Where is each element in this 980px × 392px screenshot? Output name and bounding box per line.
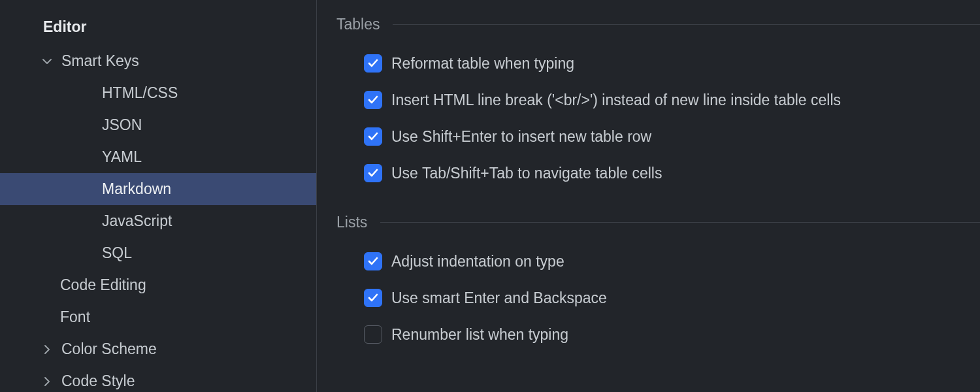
- sidebar-item-label: Code Style: [61, 372, 135, 390]
- sidebar-item-label: HTML/CSS: [102, 84, 178, 102]
- settings-sidebar: Editor Smart Keys HTML/CSS JSON YAML Mar…: [0, 0, 317, 392]
- checkbox-checked-icon[interactable]: [364, 252, 382, 270]
- option-label: Renumber list when typing: [391, 326, 568, 344]
- option-label: Insert HTML line break ('<br/>') instead…: [391, 91, 841, 109]
- section-title: Tables: [336, 16, 380, 33]
- sidebar-item-sql[interactable]: SQL: [0, 237, 316, 269]
- section-header-lists: Lists: [336, 214, 980, 231]
- sidebar-item-yaml[interactable]: YAML: [0, 141, 316, 173]
- checkbox-checked-icon[interactable]: [364, 91, 382, 109]
- option-label: Use Tab/Shift+Tab to navigate table cell…: [391, 165, 662, 182]
- sidebar-item-color-scheme[interactable]: Color Scheme: [0, 333, 316, 365]
- sidebar-item-smart-keys[interactable]: Smart Keys: [0, 45, 316, 77]
- chevron-right-icon: [39, 376, 55, 387]
- option-label: Adjust indentation on type: [391, 253, 564, 270]
- option-renumber-list[interactable]: Renumber list when typing: [336, 316, 980, 353]
- sidebar-item-label: JSON: [102, 116, 142, 134]
- sidebar-item-label: Markdown: [102, 180, 171, 198]
- section-header-tables: Tables: [336, 16, 980, 33]
- sidebar-item-label: Code Editing: [60, 276, 146, 294]
- sidebar-item-label: SQL: [102, 244, 132, 262]
- section-tables: Tables Reformat table when typing Insert…: [336, 16, 980, 191]
- sidebar-item-code-editing[interactable]: Code Editing: [0, 269, 316, 301]
- checkbox-checked-icon[interactable]: [364, 289, 382, 307]
- divider: [380, 222, 980, 223]
- sidebar-item-label: YAML: [102, 148, 142, 166]
- sidebar-item-label: Color Scheme: [61, 340, 157, 358]
- option-reformat-table[interactable]: Reformat table when typing: [336, 45, 980, 82]
- checkbox-checked-icon[interactable]: [364, 54, 382, 73]
- sidebar-item-label: Font: [60, 308, 90, 326]
- option-label: Use smart Enter and Backspace: [391, 289, 607, 307]
- checkbox-checked-icon[interactable]: [364, 127, 382, 146]
- checkbox-checked-icon[interactable]: [364, 164, 382, 182]
- sidebar-item-label: Smart Keys: [61, 52, 139, 70]
- sidebar-heading-editor: Editor: [0, 12, 316, 45]
- sidebar-item-html-css[interactable]: HTML/CSS: [0, 77, 316, 109]
- option-tab-navigate-cells[interactable]: Use Tab/Shift+Tab to navigate table cell…: [336, 155, 980, 191]
- sidebar-item-label: JavaScript: [102, 212, 172, 230]
- option-smart-enter-backspace[interactable]: Use smart Enter and Backspace: [336, 280, 980, 316]
- section-title: Lists: [336, 214, 367, 231]
- option-label: Use Shift+Enter to insert new table row: [391, 128, 651, 146]
- option-label: Reformat table when typing: [391, 55, 574, 73]
- sidebar-item-json[interactable]: JSON: [0, 109, 316, 141]
- chevron-down-icon: [39, 56, 55, 67]
- sidebar-item-javascript[interactable]: JavaScript: [0, 205, 316, 237]
- sidebar-item-font[interactable]: Font: [0, 301, 316, 333]
- option-shift-enter-row[interactable]: Use Shift+Enter to insert new table row: [336, 118, 980, 155]
- settings-main-panel: Tables Reformat table when typing Insert…: [317, 0, 980, 392]
- option-insert-html-br[interactable]: Insert HTML line break ('<br/>') instead…: [336, 82, 980, 118]
- checkbox-unchecked-icon[interactable]: [364, 325, 382, 344]
- chevron-right-icon: [39, 344, 55, 355]
- sidebar-item-code-style[interactable]: Code Style: [0, 365, 316, 392]
- option-adjust-indent[interactable]: Adjust indentation on type: [336, 243, 980, 280]
- sidebar-item-markdown[interactable]: Markdown: [0, 173, 316, 205]
- divider: [393, 24, 980, 25]
- section-lists: Lists Adjust indentation on type Use sma…: [336, 214, 980, 353]
